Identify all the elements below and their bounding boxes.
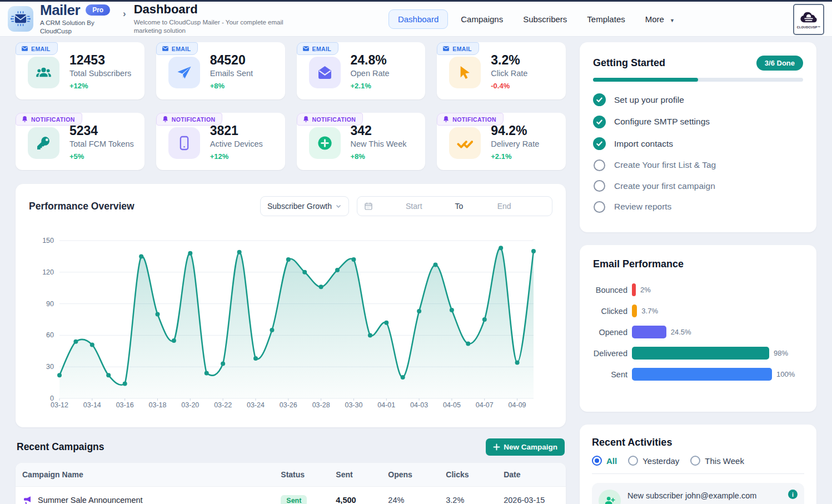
cloudcusp-logo-text: CLOUDCUSP™ bbox=[797, 26, 820, 29]
nav-item-subscribers[interactable]: Subscribers bbox=[516, 10, 574, 28]
page-subtitle: Welcome to CloudCusp Mailer - Your compl… bbox=[134, 18, 285, 35]
checklist-item[interactable]: Set up your profile bbox=[593, 93, 803, 106]
nav-item-more[interactable]: More ▼ bbox=[638, 10, 682, 28]
person-plus-icon bbox=[599, 490, 621, 504]
bar-row-sent: Sent100% bbox=[593, 368, 803, 381]
activity-text: New subscriber john@example.com added to… bbox=[627, 490, 778, 504]
stat-card-open-rate: EMAIL24.8%Open Rate+2.1% bbox=[297, 42, 426, 99]
checklist-item[interactable]: Create your first campaign bbox=[593, 180, 803, 192]
checklist-item[interactable]: Import contacts bbox=[593, 137, 803, 150]
svg-text:03-28: 03-28 bbox=[312, 401, 330, 409]
bell-icon bbox=[442, 116, 450, 123]
stat-value: 94.2% bbox=[491, 124, 539, 138]
svg-text:30: 30 bbox=[46, 363, 54, 371]
bell-icon bbox=[21, 116, 28, 123]
svg-text:03-18: 03-18 bbox=[148, 401, 166, 409]
bar bbox=[632, 347, 769, 360]
stat-trend: +12% bbox=[210, 152, 263, 161]
bar-value: 100% bbox=[776, 370, 795, 378]
envelope-icon bbox=[302, 45, 310, 52]
campaign-name: Summer Sale Announcement bbox=[38, 496, 143, 504]
stat-label: Total Subscribers bbox=[69, 69, 131, 78]
stat-value: 342 bbox=[351, 124, 407, 138]
filter-radio-this-week[interactable]: This Week bbox=[690, 456, 744, 466]
activity-filters: AllYesterdayThis Week bbox=[592, 456, 804, 466]
date-start-input[interactable]: Start bbox=[373, 202, 455, 211]
notification-badge: NOTIFICATION bbox=[156, 113, 223, 126]
svg-text:120: 120 bbox=[42, 268, 54, 276]
new-campaign-button[interactable]: New Campaign bbox=[486, 438, 565, 456]
cloudcusp-logo[interactable]: CLOUDCUSP™ bbox=[793, 4, 824, 35]
notification-badge: NOTIFICATION bbox=[437, 113, 504, 126]
stat-trend: +8% bbox=[351, 152, 407, 161]
check-circle-icon bbox=[593, 93, 606, 106]
stat-trend: +8% bbox=[210, 82, 253, 90]
filter-radio-all[interactable]: All bbox=[592, 456, 617, 466]
calendar-icon bbox=[364, 202, 373, 211]
campaign-clicks: 3.2% bbox=[439, 487, 497, 504]
stat-label: Active Devices bbox=[210, 139, 263, 148]
status-badge: Sent bbox=[281, 495, 307, 504]
campaign-row[interactable]: Summer Sale AnnouncementSent4,50024%3.2%… bbox=[16, 487, 566, 504]
metric-select[interactable]: Subscriber Growth bbox=[260, 196, 349, 216]
brand-name[interactable]: Mailer bbox=[40, 3, 80, 17]
email-badge: EMAIL bbox=[16, 42, 58, 55]
bar-value: 98% bbox=[774, 349, 788, 357]
breadcrumb-chevron-icon: › bbox=[123, 8, 126, 19]
done-count-badge: 3/6 Done bbox=[756, 56, 803, 71]
bar-label: Sent bbox=[593, 370, 627, 379]
checklist-item[interactable]: Review reports bbox=[593, 201, 803, 213]
bell-icon bbox=[302, 116, 310, 123]
bar-label: Opened bbox=[593, 328, 627, 337]
check-circle-icon bbox=[593, 137, 606, 150]
nav-item-templates[interactable]: Templates bbox=[580, 10, 632, 28]
radio-icon[interactable] bbox=[592, 456, 602, 466]
getting-started-card: Getting Started 3/6 Done Set up your pro… bbox=[580, 42, 816, 232]
checklist-item[interactable]: Create Your first List & Tag bbox=[593, 159, 803, 171]
checklist-label: Import contacts bbox=[614, 139, 673, 149]
checklist-item[interactable]: Configure SMTP settings bbox=[593, 116, 803, 128]
page-title: Dashboard bbox=[134, 3, 285, 16]
empty-circle-icon bbox=[594, 159, 605, 171]
checklist-label: Review reports bbox=[614, 202, 671, 212]
stat-card-active-devices: NOTIFICATION3821Active Devices+12% bbox=[156, 113, 285, 170]
getting-started-title: Getting Started bbox=[593, 57, 665, 69]
check-circle-icon bbox=[593, 116, 606, 128]
campaign-opens: 24% bbox=[381, 487, 439, 504]
recent-activities-title: Recent Activities bbox=[592, 437, 804, 448]
date-end-input[interactable]: End bbox=[463, 202, 545, 211]
stat-card-delivery-rate: NOTIFICATION94.2%Delivery Rate+2.1% bbox=[437, 113, 566, 170]
stat-label: Emails Sent bbox=[210, 69, 253, 78]
cursor-icon bbox=[449, 57, 481, 88]
stat-card-emails-sent: EMAIL84520Emails Sent+8% bbox=[156, 42, 285, 99]
svg-text:03-26: 03-26 bbox=[280, 401, 297, 409]
checklist-label: Set up your profile bbox=[614, 95, 684, 105]
bar bbox=[632, 368, 772, 381]
bar-row-opened: Opened24.5% bbox=[593, 326, 803, 338]
brand-tagline: A CRM Solution By CloudCusp bbox=[40, 19, 115, 36]
recent-activities-card: Recent Activities AllYesterdayThis Week … bbox=[580, 425, 816, 504]
date-range-picker[interactable]: Start To End bbox=[357, 196, 552, 216]
radio-label: This Week bbox=[705, 456, 744, 466]
stat-label: Total FCM Tokens bbox=[69, 139, 134, 148]
column-header-date: Date bbox=[497, 463, 566, 487]
stat-value: 84520 bbox=[210, 53, 253, 67]
info-icon[interactable]: i bbox=[788, 490, 798, 499]
radio-icon[interactable] bbox=[628, 456, 638, 466]
radio-icon[interactable] bbox=[690, 456, 700, 466]
app-logo-icon[interactable] bbox=[8, 6, 33, 32]
svg-text:03-22: 03-22 bbox=[214, 401, 232, 409]
nav-item-dashboard[interactable]: Dashboard bbox=[388, 9, 448, 29]
bar-label: Bounced bbox=[593, 286, 627, 295]
bar-row-clicked: Clicked3.7% bbox=[593, 305, 803, 317]
plus-icon bbox=[493, 443, 500, 451]
filter-radio-yesterday[interactable]: Yesterday bbox=[628, 456, 679, 466]
stat-label: New This Week bbox=[351, 139, 407, 148]
stat-card-click-rate: EMAIL3.2%Click Rate-0.4% bbox=[437, 42, 566, 99]
mail-open-icon bbox=[309, 57, 341, 88]
performance-overview-card: Performance Overview Subscriber Growth S… bbox=[16, 184, 566, 427]
nav-item-campaigns[interactable]: Campaigns bbox=[454, 10, 510, 28]
empty-circle-icon bbox=[594, 180, 605, 192]
recent-campaigns-table-card: Campaign NameStatusSentOpensClicksDate S… bbox=[16, 463, 566, 504]
checklist-label: Create your first campaign bbox=[614, 181, 715, 191]
